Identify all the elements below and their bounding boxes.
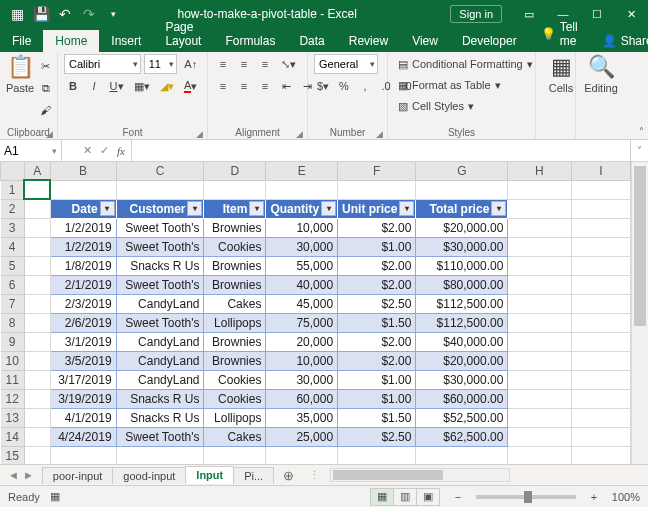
table-cell[interactable]: $2.00 [338, 351, 416, 370]
table-cell[interactable]: $20,000.00 [416, 351, 508, 370]
table-cell[interactable]: Sweet Tooth's [116, 218, 204, 237]
table-cell[interactable]: 3/5/2019 [50, 351, 116, 370]
grow-font-button[interactable]: A↑ [180, 54, 201, 74]
font-size-select[interactable]: 11 [144, 54, 178, 74]
bold-button[interactable]: B [64, 76, 82, 96]
border-button[interactable]: ▦▾ [130, 76, 153, 96]
row-header-13[interactable]: 13 [1, 408, 25, 427]
font-launcher-icon[interactable]: ◢ [196, 129, 203, 139]
cell[interactable] [338, 446, 416, 464]
table-cell[interactable]: Sweet Tooth's [116, 237, 204, 256]
table-cell[interactable]: 2/3/2019 [50, 294, 116, 313]
cell[interactable] [266, 180, 338, 199]
cell[interactable] [571, 446, 630, 464]
align-top-button[interactable]: ≡ [214, 54, 232, 74]
sign-in-button[interactable]: Sign in [450, 5, 502, 23]
fx-icon[interactable]: fx [117, 145, 125, 157]
zoom-level[interactable]: 100% [612, 491, 640, 503]
qat-customize-icon[interactable]: ▾ [102, 3, 124, 25]
row-header-7[interactable]: 7 [1, 294, 25, 313]
row-header-5[interactable]: 5 [1, 256, 25, 275]
filter-icon[interactable]: ▾ [100, 201, 115, 216]
row-header-6[interactable]: 6 [1, 275, 25, 294]
accounting-button[interactable]: $▾ [314, 76, 332, 96]
table-cell[interactable]: Brownies [204, 256, 266, 275]
filter-icon[interactable]: ▾ [399, 201, 414, 216]
table-cell[interactable]: Cookies [204, 370, 266, 389]
table-cell[interactable]: 3/1/2019 [50, 332, 116, 351]
align-center-button[interactable]: ≡ [235, 76, 253, 96]
cells-button[interactable]: ▦Cells [542, 54, 580, 94]
filter-icon[interactable]: ▾ [187, 201, 202, 216]
table-cell[interactable]: $2.00 [338, 332, 416, 351]
col-header-G[interactable]: G [416, 162, 508, 180]
table-cell[interactable]: Snacks R Us [116, 256, 204, 275]
row-header-12[interactable]: 12 [1, 389, 25, 408]
row-header-3[interactable]: 3 [1, 218, 25, 237]
comma-button[interactable]: , [356, 76, 374, 96]
table-cell[interactable]: 10,000 [266, 218, 338, 237]
table-cell[interactable]: $20,000.00 [416, 218, 508, 237]
cell[interactable] [116, 446, 204, 464]
table-cell[interactable]: Snacks R Us [116, 389, 204, 408]
row-header-15[interactable]: 15 [1, 446, 25, 464]
select-all-button[interactable] [1, 162, 25, 180]
col-header-A[interactable]: A [24, 162, 50, 180]
table-header[interactable]: Item▾ [204, 199, 266, 218]
table-header[interactable]: Unit price▾ [338, 199, 416, 218]
cell-styles-button[interactable]: ▧Cell Styles▾ [394, 96, 529, 116]
table-cell[interactable]: $1.00 [338, 237, 416, 256]
expand-formula-bar-icon[interactable]: ˅ [630, 140, 648, 161]
filter-icon[interactable]: ▾ [249, 201, 264, 216]
row-header-9[interactable]: 9 [1, 332, 25, 351]
sheet-nav-prev-icon[interactable]: ◄ [8, 469, 19, 481]
tab-tellme[interactable]: 💡Tell me [529, 16, 590, 52]
underline-button[interactable]: U▾ [106, 76, 127, 96]
table-header[interactable]: Total price▾ [416, 199, 508, 218]
table-cell[interactable]: $1.00 [338, 389, 416, 408]
vertical-scrollbar[interactable] [631, 162, 648, 464]
cell[interactable] [204, 446, 266, 464]
table-cell[interactable]: 25,000 [266, 427, 338, 446]
cell[interactable] [204, 180, 266, 199]
table-cell[interactable]: $112,500.00 [416, 313, 508, 332]
cell[interactable] [266, 446, 338, 464]
table-cell[interactable]: 20,000 [266, 332, 338, 351]
table-cell[interactable]: $62,500.00 [416, 427, 508, 446]
table-cell[interactable]: $1.50 [338, 408, 416, 427]
cell[interactable] [50, 446, 116, 464]
filter-icon[interactable]: ▾ [321, 201, 336, 216]
horizontal-scrollbar[interactable] [330, 468, 510, 482]
col-header-C[interactable]: C [116, 162, 204, 180]
table-cell[interactable]: 35,000 [266, 408, 338, 427]
font-name-select[interactable]: Calibri [64, 54, 141, 74]
cell[interactable] [24, 180, 50, 199]
row-header-2[interactable]: 2 [1, 199, 25, 218]
worksheet-grid[interactable]: ABCDEFGHI12Date▾Customer▾Item▾Quantity▾U… [0, 162, 648, 464]
font-color-button[interactable]: A▾ [180, 76, 201, 96]
cell[interactable] [116, 180, 204, 199]
table-cell[interactable]: Sweet Tooth's [116, 313, 204, 332]
collapse-ribbon-icon[interactable]: ˄ [639, 126, 644, 137]
italic-button[interactable]: I [85, 76, 103, 96]
col-header-D[interactable]: D [204, 162, 266, 180]
table-cell[interactable]: $2.50 [338, 427, 416, 446]
table-cell[interactable]: Lollipops [204, 408, 266, 427]
table-cell[interactable]: Sweet Tooth's [116, 275, 204, 294]
table-cell[interactable]: 75,000 [266, 313, 338, 332]
table-cell[interactable]: $30,000.00 [416, 237, 508, 256]
tab-view[interactable]: View [400, 30, 450, 52]
table-cell[interactable]: 45,000 [266, 294, 338, 313]
table-cell[interactable]: Brownies [204, 351, 266, 370]
table-cell[interactable]: $2.00 [338, 256, 416, 275]
align-left-button[interactable]: ≡ [214, 76, 232, 96]
tab-formulas[interactable]: Formulas [213, 30, 287, 52]
row-header-10[interactable]: 10 [1, 351, 25, 370]
table-cell[interactable]: $2.50 [338, 294, 416, 313]
table-cell[interactable]: $1.00 [338, 370, 416, 389]
paste-button[interactable]: 📋Paste [6, 54, 34, 94]
table-cell[interactable]: Cakes [204, 294, 266, 313]
row-header-11[interactable]: 11 [1, 370, 25, 389]
table-cell[interactable]: 55,000 [266, 256, 338, 275]
table-cell[interactable]: 4/24/2019 [50, 427, 116, 446]
